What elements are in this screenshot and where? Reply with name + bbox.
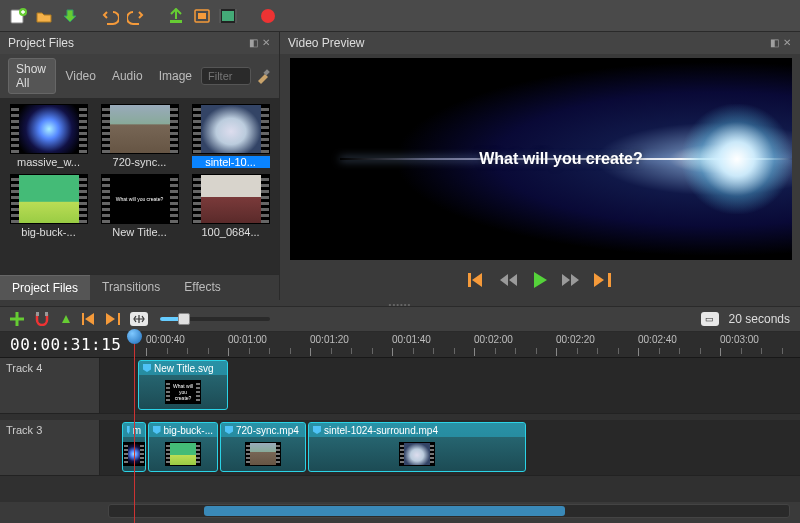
project-files-title: Project Files	[8, 36, 74, 50]
playhead[interactable]	[134, 332, 135, 523]
rewind-icon[interactable]	[500, 274, 518, 286]
timeline-clip[interactable]: big-buck-...	[148, 422, 218, 472]
redo-icon[interactable]	[126, 6, 146, 26]
filter-show-all[interactable]: Show All	[8, 58, 56, 94]
ruler-tick: 00:01:20	[310, 334, 349, 345]
svg-rect-8	[235, 9, 237, 23]
prev-marker-icon[interactable]	[82, 313, 96, 325]
new-project-icon[interactable]	[8, 6, 28, 26]
project-file-item[interactable]: massive_w...	[6, 104, 91, 168]
close-panel-icon[interactable]: ✕	[261, 38, 271, 48]
zoom-slider[interactable]	[160, 317, 270, 321]
svg-rect-2	[170, 20, 182, 23]
timeline-hscrollbar[interactable]	[108, 504, 790, 518]
clip-tag-icon	[127, 426, 130, 434]
timecode-display: 00:00:31:15	[10, 335, 121, 354]
timeline-ruler[interactable]: 00:00:31:15 00:00:4000:01:0000:01:2000:0…	[0, 332, 800, 358]
project-file-label: massive_w...	[10, 156, 88, 168]
ruler-tick: 00:02:00	[474, 334, 513, 345]
track-header[interactable]: Track 4	[0, 358, 100, 413]
filter-image[interactable]: Image	[152, 66, 199, 86]
ruler-tick: 00:01:00	[228, 334, 267, 345]
clear-filter-icon[interactable]	[255, 68, 271, 84]
undo-icon[interactable]	[100, 6, 120, 26]
ruler-tick: 00:02:20	[556, 334, 595, 345]
undock-icon[interactable]: ◧	[248, 38, 258, 48]
play-icon[interactable]	[532, 272, 548, 288]
video-preview-title: Video Preview	[288, 36, 365, 50]
jump-end-icon[interactable]	[594, 273, 612, 287]
project-file-item[interactable]: 720-sync...	[97, 104, 182, 168]
export-icon[interactable]	[258, 6, 278, 26]
project-file-item[interactable]: big-buck-...	[6, 174, 91, 238]
clip-label: sintel-1024-surround.mp4	[324, 425, 438, 436]
track-lane[interactable]: mbig-buck-...720-sync.mp4sintel-1024-sur…	[100, 420, 800, 475]
ruler-tick: 00:03:00	[720, 334, 759, 345]
svg-rect-4	[198, 13, 206, 19]
clip-tag-icon	[143, 364, 151, 372]
timeline-tracks: Track 4New Title.svgWhat will you create…	[0, 358, 800, 502]
timeline-track: Track 4New Title.svgWhat will you create…	[0, 358, 800, 414]
project-files-filters: Show All Video Audio Image	[0, 54, 279, 98]
project-file-label: sintel-10...	[192, 156, 270, 168]
project-file-item[interactable]: What will you create?New Title...	[97, 174, 182, 238]
tab-effects[interactable]: Effects	[172, 275, 232, 300]
center-playhead-icon[interactable]	[130, 312, 148, 326]
tab-transitions[interactable]: Transitions	[90, 275, 172, 300]
import-files-icon[interactable]	[166, 6, 186, 26]
svg-rect-6	[222, 11, 234, 21]
zoom-level-label: 20 seconds	[729, 312, 790, 326]
ruler-tick: 00:00:40	[146, 334, 185, 345]
add-track-icon[interactable]	[10, 312, 24, 326]
svg-rect-12	[608, 273, 611, 287]
save-project-icon[interactable]	[60, 6, 80, 26]
snap-icon[interactable]	[34, 312, 50, 326]
timeline-clip[interactable]: sintel-1024-surround.mp4	[308, 422, 526, 472]
fast-forward-icon[interactable]	[562, 274, 580, 286]
timeline-clip[interactable]: 720-sync.mp4	[220, 422, 306, 472]
project-files-grid: massive_w...720-sync...sintel-10...big-b…	[0, 98, 279, 274]
add-marker-icon[interactable]	[60, 313, 72, 325]
open-project-icon[interactable]	[34, 6, 54, 26]
clip-label: 720-sync.mp4	[236, 425, 299, 436]
ruler-tick: 00:01:40	[392, 334, 431, 345]
svg-rect-14	[45, 312, 48, 316]
project-file-label: big-buck-...	[10, 226, 88, 238]
timeline-track: Track 3mbig-buck-...720-sync.mp4sintel-1…	[0, 420, 800, 476]
track-header[interactable]: Track 3	[0, 420, 100, 475]
clip-tag-icon	[153, 426, 161, 434]
project-file-label: 720-sync...	[101, 156, 179, 168]
clip-tag-icon	[225, 426, 233, 434]
clip-label: big-buck-...	[164, 425, 213, 436]
filter-video[interactable]: Video	[58, 66, 102, 86]
timeline-toolbar: ▭ 20 seconds	[0, 306, 800, 332]
project-file-label: New Title...	[101, 226, 179, 238]
clip-tag-icon	[313, 426, 321, 434]
svg-rect-16	[118, 313, 120, 325]
project-files-panel: Project Files ◧✕ Show All Video Audio Im…	[0, 32, 280, 300]
duration-mode-icon[interactable]: ▭	[701, 312, 719, 326]
video-preview-panel: Video Preview ◧✕ What will you create?	[280, 32, 800, 300]
undock-icon[interactable]: ◧	[769, 38, 779, 48]
filter-audio[interactable]: Audio	[105, 66, 150, 86]
svg-point-9	[261, 9, 275, 23]
svg-rect-11	[468, 273, 471, 287]
choose-profile-icon[interactable]	[192, 6, 212, 26]
main-toolbar	[0, 0, 800, 32]
project-file-item[interactable]: sintel-10...	[188, 104, 273, 168]
filter-input[interactable]	[201, 67, 251, 85]
svg-rect-7	[219, 9, 221, 23]
svg-rect-13	[36, 312, 39, 316]
project-file-label: 100_0684...	[192, 226, 270, 238]
project-file-item[interactable]: 100_0684...	[188, 174, 273, 238]
next-marker-icon[interactable]	[106, 313, 120, 325]
transport-controls	[280, 266, 800, 294]
close-panel-icon[interactable]: ✕	[782, 38, 792, 48]
jump-start-icon[interactable]	[468, 273, 486, 287]
preview-viewport: What will you create?	[290, 58, 792, 260]
filmstrip-icon[interactable]	[218, 6, 238, 26]
tab-project-files[interactable]: Project Files	[0, 275, 90, 300]
ruler-tick: 00:02:40	[638, 334, 677, 345]
track-lane[interactable]: New Title.svgWhat will you create?	[100, 358, 800, 413]
timeline-clip[interactable]: New Title.svgWhat will you create?	[138, 360, 228, 410]
